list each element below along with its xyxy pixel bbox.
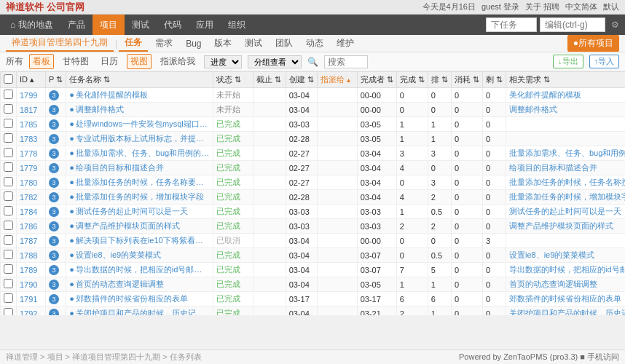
row-checkbox[interactable]: [4, 279, 13, 288]
about-link[interactable]: 关于 招聘: [525, 1, 559, 12]
subnav-maintain[interactable]: 维护: [331, 36, 360, 51]
cell-name[interactable]: ●首页的动态查询逻辑调整: [66, 277, 213, 292]
theme-select[interactable]: 默认: [603, 1, 619, 12]
cell-checkbox[interactable]: [1, 190, 17, 205]
cell-name[interactable]: ●处理windows一件安装包mysql端口检查后进度查询题: [66, 117, 213, 132]
header-left[interactable]: 剩 ⇅: [482, 72, 506, 88]
header-complete[interactable]: 完成者 ⇅: [357, 72, 396, 88]
cell-name[interactable]: ●解决项目下标列表在ie10下将紫看无法输入数据: [66, 234, 213, 248]
cell-checkbox[interactable]: [1, 146, 17, 161]
row-checkbox[interactable]: [4, 90, 13, 99]
cell-name[interactable]: ●关闭护项目和产品的时候，历史记录还是英文的用户名，应该用中文的: [66, 306, 213, 316]
nav-test[interactable]: 测试: [125, 15, 157, 35]
cell-related[interactable]: 美化邮件提醒的模板: [506, 88, 626, 103]
cell-related[interactable]: [506, 117, 626, 132]
cell-name[interactable]: ●批量添加需求、任务、bug和用例的指派、行符行处理为: [66, 146, 213, 161]
lang-switch[interactable]: 中文简体: [565, 1, 597, 12]
subnav-req[interactable]: 需求: [149, 36, 178, 51]
filter-gantt[interactable]: 甘特图: [60, 55, 92, 68]
cell-checkbox[interactable]: [1, 292, 17, 306]
cell-name[interactable]: ●设置ie8、ie9的菜菜模式: [66, 248, 213, 263]
row-checkbox[interactable]: [4, 162, 13, 172]
user-login[interactable]: guest 登录: [481, 1, 519, 12]
subnav-team[interactable]: 团队: [270, 36, 299, 51]
filter-assigned[interactable]: 指派给我: [157, 55, 198, 68]
row-checkbox[interactable]: [4, 104, 13, 114]
cell-related[interactable]: 关闭护项目和产品的时候，历史记: [506, 306, 626, 316]
cell-name[interactable]: ●导出数据的时候，把相应的id号邮都上。: [66, 263, 213, 277]
header-status[interactable]: 状态 ⇅: [213, 72, 253, 88]
cell-name[interactable]: ●调整邮件格式: [66, 103, 213, 117]
nav-app[interactable]: 应用: [189, 15, 221, 35]
cell-related[interactable]: 导出数据的时候，把相应的id号邮: [506, 263, 626, 277]
row-checkbox[interactable]: [4, 250, 13, 259]
header-consume[interactable]: 消耗 ⇅: [451, 72, 482, 88]
row-checkbox[interactable]: [4, 148, 13, 157]
header-deadline[interactable]: 截止 ⇅: [253, 72, 286, 88]
row-checkbox[interactable]: [4, 191, 13, 201]
cell-related[interactable]: 设置ie8、ie9的菜菜模式: [506, 248, 626, 263]
filter-view[interactable]: 视图: [127, 54, 152, 69]
row-checkbox[interactable]: [4, 206, 13, 215]
header-related[interactable]: 相关需求 ⇅: [506, 72, 626, 88]
cell-name[interactable]: ●郊数插件的时候省份相应的表单: [66, 292, 213, 306]
cell-name[interactable]: ●批量添加任务的时候，增加模块字段: [66, 190, 213, 205]
cell-name[interactable]: ●测试任务的起止时间可以是一天: [66, 205, 213, 219]
import-button[interactable]: ↑导入: [589, 55, 620, 68]
nav-project[interactable]: 项目: [93, 15, 125, 35]
subnav-test[interactable]: 测试: [239, 36, 268, 51]
header-seq[interactable]: 排 ⇅: [428, 72, 451, 88]
export-button[interactable]: ↓导出: [553, 55, 583, 68]
cell-checkbox[interactable]: [1, 175, 17, 190]
row-checkbox[interactable]: [4, 221, 13, 230]
cell-checkbox[interactable]: [1, 306, 17, 316]
row-checkbox[interactable]: [4, 308, 13, 315]
header-id[interactable]: ID ▴: [17, 72, 46, 88]
nav-settings-icon[interactable]: ⚙: [608, 20, 622, 30]
cell-related[interactable]: 首页的动态查询逻辑调整: [506, 277, 626, 292]
cell-name[interactable]: ●美化邮件提醒的模板: [66, 88, 213, 103]
cell-checkbox[interactable]: [1, 117, 17, 132]
header-p[interactable]: P ⇅: [46, 72, 66, 88]
select-all-checkbox[interactable]: [4, 74, 13, 84]
row-checkbox[interactable]: [4, 119, 13, 128]
cell-related[interactable]: 批量添加需求、任务、bug和用例: [506, 146, 626, 161]
row-checkbox[interactable]: [4, 293, 13, 303]
cell-related[interactable]: 测试任务的起止时间可以是一天: [506, 205, 626, 219]
header-checkbox[interactable]: [1, 72, 17, 88]
row-checkbox[interactable]: [4, 133, 13, 143]
cell-related[interactable]: 批量添加任务的时候，增加模块字: [506, 190, 626, 205]
header-created[interactable]: 创建 ⇅: [286, 72, 317, 88]
cell-checkbox[interactable]: [1, 219, 17, 234]
cell-checkbox[interactable]: [1, 103, 17, 117]
nav-org[interactable]: 组织: [221, 15, 253, 35]
cell-related[interactable]: 调整产品维护模块页面的样式: [506, 219, 626, 234]
subnav-task[interactable]: 任务: [119, 35, 148, 52]
cell-name[interactable]: ●给项目的目标和描述合并: [66, 161, 213, 175]
cell-checkbox[interactable]: [1, 248, 17, 263]
nav-home[interactable]: ⌂ 我的地盘: [3, 15, 60, 35]
cell-name[interactable]: ●专业试用版本标上试用标志，并提示过期时限: [66, 132, 213, 146]
groupby-select[interactable]: 分组查看: [248, 55, 302, 68]
subnav-dynamic[interactable]: 动态: [300, 36, 329, 51]
subnav-bug[interactable]: Bug: [180, 37, 207, 50]
task-search-input[interactable]: [486, 17, 537, 32]
brand[interactable]: 禅道软件 公司官网: [6, 1, 84, 14]
cell-checkbox[interactable]: [1, 161, 17, 175]
cell-checkbox[interactable]: [1, 263, 17, 277]
filter-calendar[interactable]: 日历: [98, 55, 121, 68]
cell-related[interactable]: 给项目的目标和描述合并: [506, 161, 626, 175]
all-projects-button[interactable]: ●所有项目: [567, 35, 619, 52]
cell-checkbox[interactable]: [1, 205, 17, 219]
cell-name[interactable]: ●批量添加任务的时候，任务名称要按加需求功能: [66, 175, 213, 190]
subnav-version[interactable]: 版本: [208, 36, 237, 51]
header-assign[interactable]: 指派给 ▴: [317, 72, 357, 88]
nav-code[interactable]: 代码: [157, 15, 189, 35]
filter-search-input[interactable]: [324, 55, 368, 68]
cell-related[interactable]: 批量添加任务的时候，任务名称按: [506, 175, 626, 190]
step-select[interactable]: 进度: [204, 55, 242, 68]
cell-checkbox[interactable]: [1, 234, 17, 248]
subnav-project-name[interactable]: 禅道项目管理第四十九期: [6, 35, 114, 52]
header-done[interactable]: 完成 ⇅: [396, 72, 428, 88]
row-checkbox[interactable]: [4, 177, 13, 186]
